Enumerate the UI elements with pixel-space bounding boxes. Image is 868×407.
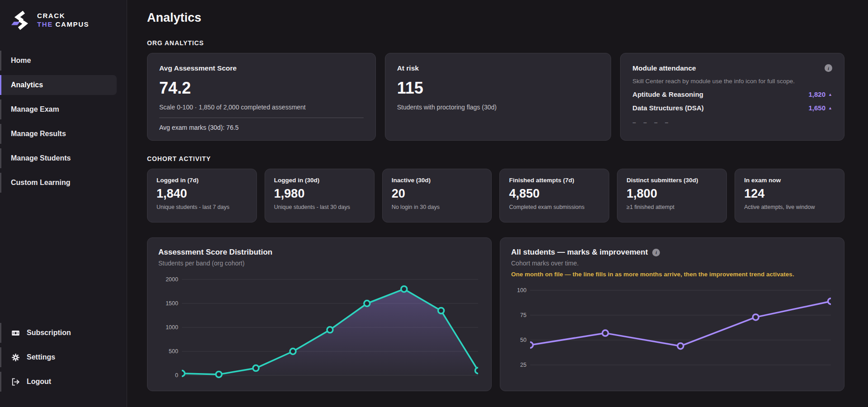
at-risk-card: At risk 115 Students with proctoring fla…: [385, 53, 612, 141]
svg-text:50: 50: [520, 337, 526, 343]
module-attendance-card: Module attendance i Skill Center reach b…: [620, 53, 844, 141]
module-value: 1,820: [809, 90, 826, 98]
chart-note: One month on file — the line fills in as…: [511, 271, 833, 278]
card-subtext: No login in 30 days: [392, 204, 483, 210]
svg-text:0: 0: [175, 372, 178, 379]
svg-text:75: 75: [520, 312, 526, 318]
avg-assessment-score-card: Avg Assessment Score 74.2 Scale 0-100 · …: [147, 53, 376, 141]
sidebar-item-manage-results[interactable]: Manage Results: [0, 124, 117, 144]
card-label: Logged in (30d): [274, 177, 365, 184]
sidebar-item-custom-learning[interactable]: Custom Learning: [0, 173, 117, 193]
card-label: In exam now: [744, 177, 835, 184]
marks-improvement-chart-card: All students — marks & improvement i Coh…: [500, 237, 844, 391]
card-subtext: ≥1 finished attempt: [626, 204, 717, 210]
chart-title: Assessment Score Distribution: [158, 248, 480, 257]
at-risk-value: 115: [397, 79, 599, 98]
sidebar-item-subscription[interactable]: Subscription: [0, 323, 109, 343]
sidebar: CRACK THE CAMPUS Home Analytics Manage E…: [0, 0, 127, 407]
chart-title: All students — marks & improvement: [511, 248, 648, 257]
module-name: Aptitude & Reasoning: [632, 90, 703, 98]
module-name: Data Structures (DSA): [632, 104, 704, 112]
logged-in-30d-card: Logged in (30d) 1,980 Unique students - …: [265, 169, 375, 222]
card-value: 1,840: [157, 187, 247, 201]
marks-improvement-line-chart: 255075100: [511, 281, 833, 375]
avg-score-value: 74.2: [159, 79, 364, 98]
sidebar-item-settings[interactable]: Settings: [0, 347, 109, 367]
sidebar-item-manage-students[interactable]: Manage Students: [0, 148, 117, 168]
card-value: 4,850: [509, 187, 600, 201]
module-placeholder-dashes: – – – –: [632, 119, 832, 126]
sidebar-item-manage-exam[interactable]: Manage Exam: [0, 99, 117, 119]
card-label: Logged in (7d): [157, 177, 247, 184]
cohort-activity-row: Logged in (7d) 1,840 Unique students - l…: [147, 169, 844, 222]
svg-text:1500: 1500: [166, 300, 178, 307]
chart-subtitle: Cohort marks over time.: [511, 260, 833, 267]
sidebar-item-analytics[interactable]: Analytics: [0, 75, 117, 95]
trend-up-icon: ▲: [828, 106, 832, 110]
sidebar-item-label: Logout: [27, 378, 51, 386]
svg-text:2000: 2000: [166, 276, 178, 283]
svg-text:1000: 1000: [166, 324, 178, 331]
card-label: At risk: [397, 64, 599, 72]
svg-text:500: 500: [169, 348, 178, 355]
app-window: CRACK THE CAMPUS Home Analytics Manage E…: [0, 0, 868, 407]
card-label: Module attendance: [632, 64, 696, 72]
score-distribution-line-chart: 0500100015002000: [158, 272, 480, 384]
card-label: Distinct submitters (30d): [626, 177, 717, 184]
module-row-aptitude: Aptitude & Reasoning 1,820 ▲: [632, 90, 832, 98]
chart-subtitle: Students per band (org cohort): [158, 260, 480, 267]
at-risk-subtext: Students with proctoring flags (30d): [397, 104, 599, 111]
inactive-30d-card: Inactive (30d) 20 No login in 30 days: [382, 169, 492, 222]
module-row-dsa: Data Structures (DSA) 1,650 ▲: [632, 104, 832, 112]
avg-exam-marks-text: Avg exam marks (30d): 76.5: [159, 124, 364, 131]
card-subtext: Completed exam submissions: [509, 204, 600, 210]
avg-score-subtext: Scale 0-100 · 1,850 of 2,000 completed a…: [159, 104, 364, 111]
svg-text:100: 100: [517, 287, 526, 293]
main-content: Analytics ORG ANALYTICS Avg Assessment S…: [127, 0, 868, 407]
score-distribution-chart-card: Assessment Score Distribution Students p…: [147, 237, 492, 391]
sidebar-item-label: Settings: [27, 353, 55, 361]
card-subtext: Active attempts, live window: [744, 204, 835, 210]
sidebar-nav: Home Analytics Manage Exam Manage Result…: [0, 51, 127, 193]
card-value: 1,800: [626, 187, 717, 201]
sidebar-item-home[interactable]: Home: [0, 51, 117, 71]
module-attendance-subtext: Skill Center reach by module use the inf…: [632, 78, 832, 85]
info-icon[interactable]: i: [825, 64, 832, 72]
brand-name: CRACK THE CAMPUS: [37, 12, 89, 29]
card-label: Finished attempts (7d): [509, 177, 600, 184]
trend-up-icon: ▲: [828, 92, 832, 97]
banknote-icon: [11, 328, 20, 337]
info-icon[interactable]: i: [652, 249, 660, 256]
charts-row: Assessment Score Distribution Students p…: [147, 237, 844, 391]
card-value: 20: [392, 187, 483, 201]
page-title: Analytics: [147, 11, 844, 25]
sidebar-item-label: Subscription: [27, 329, 71, 337]
module-value: 1,650: [809, 104, 826, 112]
divider: [159, 118, 364, 118]
section-org-analytics: ORG ANALYTICS: [147, 39, 844, 47]
org-analytics-row: Avg Assessment Score 74.2 Scale 0-100 · …: [147, 53, 844, 141]
brand-logo-icon: [11, 10, 32, 31]
svg-text:25: 25: [520, 362, 526, 368]
card-subtext: Unique students - last 30 days: [274, 204, 365, 210]
card-label: Avg Assessment Score: [159, 64, 364, 72]
card-label: Inactive (30d): [392, 177, 483, 184]
gear-icon: [11, 353, 20, 362]
card-value: 124: [744, 187, 835, 201]
logout-icon: [11, 377, 20, 386]
finished-attempts-7d-card: Finished attempts (7d) 4,850 Completed e…: [499, 169, 609, 222]
card-value: 1,980: [274, 187, 365, 201]
section-cohort-activity: COHORT ACTIVITY: [147, 155, 844, 162]
brand-logo[interactable]: CRACK THE CAMPUS: [0, 10, 127, 31]
distinct-submitters-30d-card: Distinct submitters (30d) 1,800 ≥1 finis…: [617, 169, 727, 222]
logged-in-7d-card: Logged in (7d) 1,840 Unique students - l…: [147, 169, 257, 222]
sidebar-item-logout[interactable]: Logout: [0, 372, 109, 392]
card-subtext: Unique students - last 7 days: [157, 204, 247, 210]
sidebar-footer: Subscription: [0, 323, 127, 392]
in-exam-now-card: In exam now 124 Active attempts, live wi…: [735, 169, 844, 222]
